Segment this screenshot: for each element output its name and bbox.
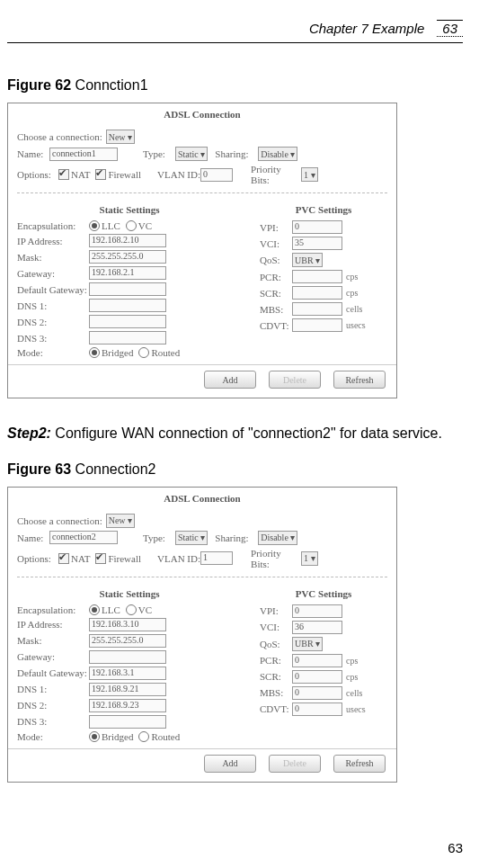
gw-input[interactable]: 192.168.2.1 bbox=[89, 266, 166, 280]
firewall-label: Firewall bbox=[108, 169, 141, 180]
vlan-input[interactable]: 0 bbox=[200, 168, 233, 182]
scr-input[interactable] bbox=[292, 286, 342, 300]
scr-label: SCR: bbox=[260, 288, 292, 299]
routed-label: Routed bbox=[151, 731, 180, 742]
vci-input[interactable]: 36 bbox=[292, 621, 342, 634]
type-select[interactable]: Static ▾ bbox=[175, 147, 208, 161]
refresh-button[interactable]: Refresh bbox=[333, 371, 386, 389]
mbs-label: MBS: bbox=[260, 304, 292, 315]
dns1-label: DNS 1: bbox=[17, 300, 89, 311]
adsl-panel-2: ADSL Connection Choose a connection: New… bbox=[7, 487, 397, 783]
bridged-radio[interactable] bbox=[89, 347, 100, 358]
routed-radio[interactable] bbox=[138, 347, 149, 358]
ip-label: IP Address: bbox=[17, 236, 89, 246]
delete-button[interactable]: Delete bbox=[269, 371, 321, 389]
adsl-panel-1: ADSL Connection Choose a connection: New… bbox=[7, 103, 397, 398]
static-settings-header: Static Settings bbox=[17, 588, 242, 599]
vc-label: VC bbox=[138, 220, 152, 231]
vc-radio[interactable] bbox=[126, 220, 137, 231]
vlan-label: VLAN ID: bbox=[157, 169, 200, 180]
vc-label: VC bbox=[138, 604, 152, 615]
dns1-label: DNS 1: bbox=[17, 684, 89, 694]
vlan-input[interactable]: 1 bbox=[200, 551, 233, 565]
cdvt-input[interactable]: 0 bbox=[292, 702, 342, 716]
dgw-input[interactable]: 192.168.3.1 bbox=[89, 667, 166, 680]
vpi-input[interactable]: 0 bbox=[292, 220, 342, 234]
sharing-select[interactable]: Disable ▾ bbox=[258, 147, 297, 161]
qos-select[interactable]: UBR ▾ bbox=[292, 637, 323, 651]
priority-select[interactable]: 1 ▾ bbox=[301, 167, 318, 182]
mask-input[interactable]: 255.255.255.0 bbox=[89, 250, 166, 264]
dns3-input[interactable] bbox=[89, 331, 166, 345]
llc-label: LLC bbox=[102, 220, 120, 231]
dns1-input[interactable]: 192.168.9.21 bbox=[89, 683, 166, 696]
dgw-label: Default Gateway: bbox=[17, 284, 89, 295]
mask-label: Mask: bbox=[17, 635, 89, 646]
type-label: Type: bbox=[143, 532, 175, 543]
add-button[interactable]: Add bbox=[204, 755, 256, 773]
scr-label: SCR: bbox=[260, 671, 292, 682]
dgw-input[interactable] bbox=[89, 282, 166, 296]
chapter-title: Chapter 7 Example bbox=[309, 21, 424, 36]
scr-input[interactable]: 0 bbox=[292, 670, 342, 684]
encap-label: Encapsulation: bbox=[17, 220, 89, 231]
bridged-label: Bridged bbox=[102, 347, 133, 358]
cdvt-label: CDVT: bbox=[260, 320, 292, 331]
dns2-input[interactable] bbox=[89, 315, 166, 328]
refresh-button[interactable]: Refresh bbox=[333, 755, 386, 773]
sharing-select[interactable]: Disable ▾ bbox=[258, 531, 297, 545]
llc-label: LLC bbox=[102, 604, 120, 615]
ip-input[interactable]: 192.168.2.10 bbox=[89, 234, 166, 247]
dns1-input[interactable] bbox=[89, 299, 166, 312]
vci-input[interactable]: 35 bbox=[292, 237, 342, 250]
gw-input[interactable] bbox=[89, 650, 166, 664]
add-button[interactable]: Add bbox=[204, 371, 256, 389]
name-input[interactable]: connection1 bbox=[49, 148, 118, 161]
priority-label: Priority Bits: bbox=[251, 548, 301, 569]
nat-checkbox[interactable] bbox=[58, 553, 69, 564]
choose-connection-label: Choose a connection: bbox=[17, 131, 102, 142]
type-label: Type: bbox=[143, 148, 175, 159]
nat-checkbox[interactable] bbox=[58, 169, 69, 180]
dns3-input[interactable] bbox=[89, 715, 166, 729]
vc-radio[interactable] bbox=[126, 604, 137, 615]
choose-connection-select[interactable]: New ▾ bbox=[106, 514, 135, 528]
routed-radio[interactable] bbox=[138, 731, 149, 742]
delete-button[interactable]: Delete bbox=[269, 755, 321, 773]
bridged-radio[interactable] bbox=[89, 731, 100, 742]
dns2-label: DNS 2: bbox=[17, 700, 89, 711]
mode-label: Mode: bbox=[17, 731, 89, 742]
pcr-input[interactable] bbox=[292, 270, 342, 283]
vci-label: VCI: bbox=[260, 238, 292, 249]
llc-radio[interactable] bbox=[89, 604, 100, 615]
mode-label: Mode: bbox=[17, 347, 89, 358]
name-label: Name: bbox=[17, 148, 49, 159]
llc-radio[interactable] bbox=[89, 220, 100, 231]
priority-select[interactable]: 1 ▾ bbox=[301, 551, 318, 566]
mask-input[interactable]: 255.255.255.0 bbox=[89, 634, 166, 648]
mbs-input[interactable]: 0 bbox=[292, 686, 342, 700]
pvc-settings-header: PVC Settings bbox=[260, 204, 387, 215]
options-label: Options: bbox=[17, 169, 58, 180]
qos-select[interactable]: UBR ▾ bbox=[292, 253, 323, 267]
pcr-label: PCR: bbox=[260, 655, 292, 666]
dns2-label: DNS 2: bbox=[17, 317, 89, 327]
pcr-input[interactable]: 0 bbox=[292, 654, 342, 667]
dns3-label: DNS 3: bbox=[17, 716, 89, 727]
vpi-input[interactable]: 0 bbox=[292, 604, 342, 618]
type-select[interactable]: Static ▾ bbox=[175, 531, 208, 545]
sharing-label: Sharing: bbox=[215, 148, 254, 159]
name-input[interactable]: connection2 bbox=[49, 531, 118, 544]
firewall-checkbox[interactable] bbox=[95, 169, 106, 180]
choose-connection-select[interactable]: New ▾ bbox=[106, 130, 135, 144]
cdvt-input[interactable] bbox=[292, 318, 342, 332]
firewall-checkbox[interactable] bbox=[95, 553, 106, 564]
ip-input[interactable]: 192.168.3.10 bbox=[89, 618, 166, 631]
step2-text: Step2: Configure WAN connection of "conn… bbox=[7, 422, 456, 445]
ip-label: IP Address: bbox=[17, 619, 89, 630]
options-label: Options: bbox=[17, 553, 58, 564]
dns2-input[interactable]: 192.168.9.23 bbox=[89, 699, 166, 712]
mbs-input[interactable] bbox=[292, 302, 342, 316]
qos-label: QoS: bbox=[260, 255, 292, 265]
bridged-label: Bridged bbox=[102, 731, 133, 742]
